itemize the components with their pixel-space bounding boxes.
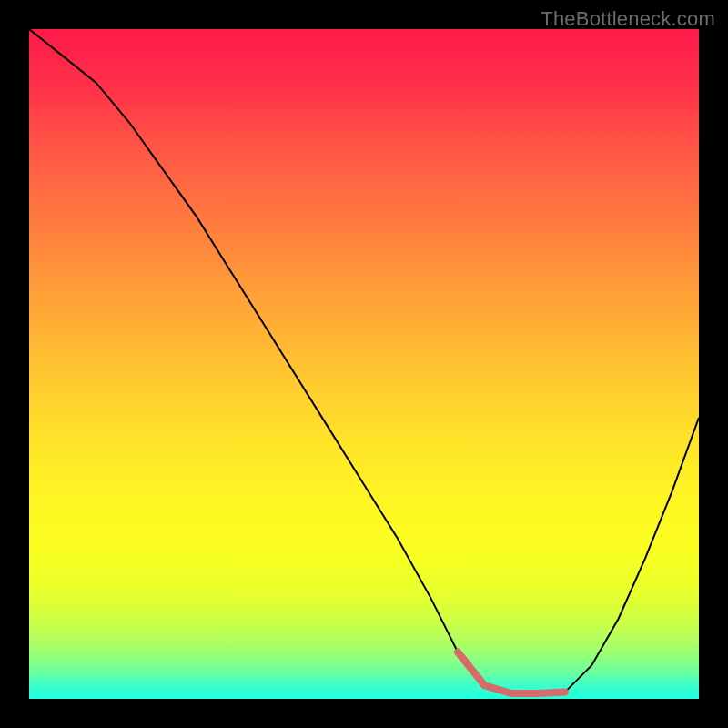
optimal-range-highlight xyxy=(458,652,565,694)
chart-svg xyxy=(29,29,699,699)
plot-area xyxy=(29,29,699,699)
bottleneck-curve-line xyxy=(29,29,699,693)
watermark-text: TheBottleneck.com xyxy=(541,7,715,31)
